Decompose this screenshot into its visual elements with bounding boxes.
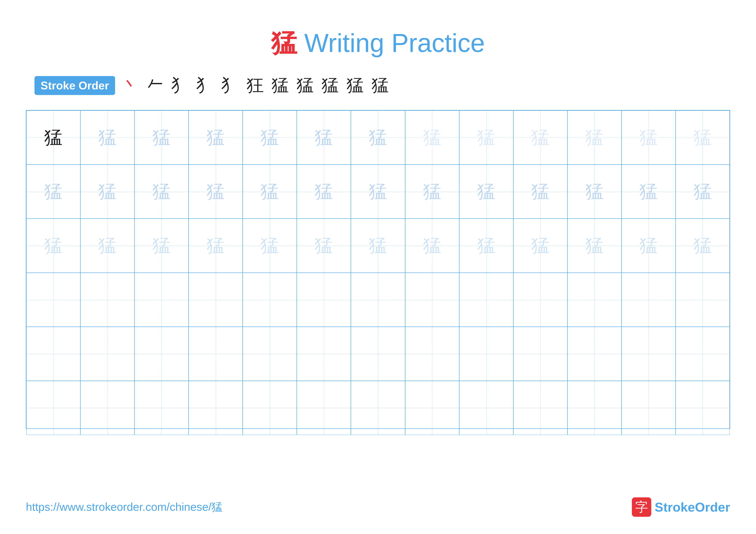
practice-char: 猛: [531, 237, 550, 255]
grid-cell: [351, 327, 405, 381]
practice-char: 猛: [152, 128, 171, 147]
page-title: 猛 Writing Practice: [271, 28, 485, 57]
grid-cell: [459, 327, 513, 381]
grid-cell: 猛: [351, 219, 405, 273]
stroke-order-badge: Stroke Order: [35, 76, 115, 95]
footer-logo: 字 StrokeOrder: [632, 497, 730, 517]
grid-cell: 猛: [459, 219, 513, 273]
practice-char: 猛: [98, 237, 117, 255]
grid-cell: [459, 381, 513, 435]
grid-cell: [80, 327, 134, 381]
stroke-step-10: 猛: [346, 74, 364, 97]
grid-cell: 猛: [351, 111, 405, 165]
practice-char: 猛: [423, 128, 441, 147]
practice-char: 猛: [423, 237, 441, 255]
grid-cell: 猛: [134, 219, 189, 273]
logo-icon: 字: [632, 497, 651, 517]
logo-icon-char: 字: [635, 498, 648, 516]
grid-cell: [513, 381, 567, 435]
stroke-step-6: 狂: [247, 74, 264, 97]
grid-cell: 猛: [459, 111, 513, 165]
page: 猛 Writing Practice Stroke Order 丶 𠂉 犭 犭 …: [0, 0, 756, 534]
practice-char: 猛: [152, 183, 171, 201]
grid-cell: 猛: [405, 165, 459, 219]
grid-cell: 猛: [80, 219, 134, 273]
footer: https://www.strokeorder.com/chinese/猛 字 …: [26, 497, 730, 517]
practice-char: 猛: [693, 237, 712, 255]
stroke-steps: 丶 𠂉 犭 犭 犭 狂 猛 猛 猛 猛 猛: [122, 74, 389, 97]
practice-char: 猛: [206, 128, 225, 147]
stroke-step-4: 犭: [197, 74, 214, 97]
grid-cell: 猛: [567, 165, 622, 219]
grid-cell: 猛: [513, 219, 567, 273]
practice-char: 猛: [206, 237, 225, 255]
grid-cell: 猛: [622, 165, 676, 219]
stroke-step-7: 猛: [272, 74, 289, 97]
grid-cell: 猛: [297, 111, 351, 165]
grid-cell: 猛: [297, 165, 351, 219]
practice-char: 猛: [315, 128, 333, 147]
stroke-step-9: 猛: [322, 74, 339, 97]
practice-grid: 猛猛猛猛猛猛猛猛猛猛猛猛猛猛猛猛猛猛猛猛猛猛猛猛猛猛猛猛猛猛猛猛猛猛猛猛猛猛猛: [26, 110, 730, 429]
grid-cell: [622, 327, 676, 381]
practice-char: 猛: [585, 128, 604, 147]
grid-cell: [80, 273, 134, 327]
grid-cell: [134, 327, 189, 381]
grid-cell: 猛: [26, 111, 80, 165]
title-char: 猛: [271, 28, 297, 57]
stroke-order-row: Stroke Order 丶 𠂉 犭 犭 犭 狂 猛 猛 猛 猛 猛: [35, 74, 730, 97]
grid-cell: 猛: [80, 111, 134, 165]
title-rest: Writing Practice: [297, 28, 485, 57]
grid-cell: [567, 381, 622, 435]
practice-char: 猛: [639, 237, 658, 255]
grid-cell: 猛: [351, 165, 405, 219]
practice-char: 猛: [531, 183, 550, 201]
practice-char: 猛: [585, 237, 604, 255]
grid-cell: [676, 273, 730, 327]
practice-char: 猛: [369, 237, 387, 255]
grid-cell: [513, 273, 567, 327]
logo-text-blue: Stroke: [655, 500, 695, 514]
grid-cell: [26, 273, 80, 327]
practice-char: 猛: [260, 183, 279, 201]
grid-cell: 猛: [513, 111, 567, 165]
grid-cell: 猛: [243, 165, 297, 219]
grid-cell: [622, 273, 676, 327]
practice-char: 猛: [260, 128, 279, 147]
grid-cell: [622, 381, 676, 435]
grid-cell: [297, 327, 351, 381]
grid-cell: [26, 381, 80, 435]
grid-cell: [80, 381, 134, 435]
practice-char: 猛: [44, 128, 63, 147]
grid-cell: [351, 381, 405, 435]
footer-url: https://www.strokeorder.com/chinese/猛: [26, 499, 223, 515]
logo-text: StrokeOrder: [655, 500, 730, 515]
practice-char: 猛: [315, 237, 333, 255]
grid-cell: 猛: [80, 165, 134, 219]
practice-char: 猛: [369, 128, 387, 147]
grid-cell: [567, 327, 622, 381]
grid-cell: 猛: [676, 219, 730, 273]
grid-cell: [351, 273, 405, 327]
grid-cell: [189, 273, 243, 327]
stroke-step-11: 猛: [371, 74, 389, 97]
stroke-step-2: 𠂉: [147, 76, 164, 95]
practice-char: 猛: [531, 128, 550, 147]
practice-char: 猛: [477, 128, 496, 147]
grid-cell: 猛: [405, 219, 459, 273]
practice-char: 猛: [98, 183, 117, 201]
grid-cell: [459, 273, 513, 327]
grid-cell: 猛: [243, 111, 297, 165]
grid-cell: 猛: [189, 111, 243, 165]
grid-cell: [297, 273, 351, 327]
grid-cell: [676, 381, 730, 435]
stroke-step-3: 犭: [172, 74, 189, 97]
grid-cell: [676, 327, 730, 381]
grid-cell: [189, 381, 243, 435]
title-area: 猛 Writing Practice: [26, 26, 730, 61]
practice-char: 猛: [585, 183, 604, 201]
grid-cell: [189, 327, 243, 381]
stroke-step-5: 犭: [222, 74, 239, 97]
grid-cell: [405, 381, 459, 435]
practice-char: 猛: [639, 128, 658, 147]
